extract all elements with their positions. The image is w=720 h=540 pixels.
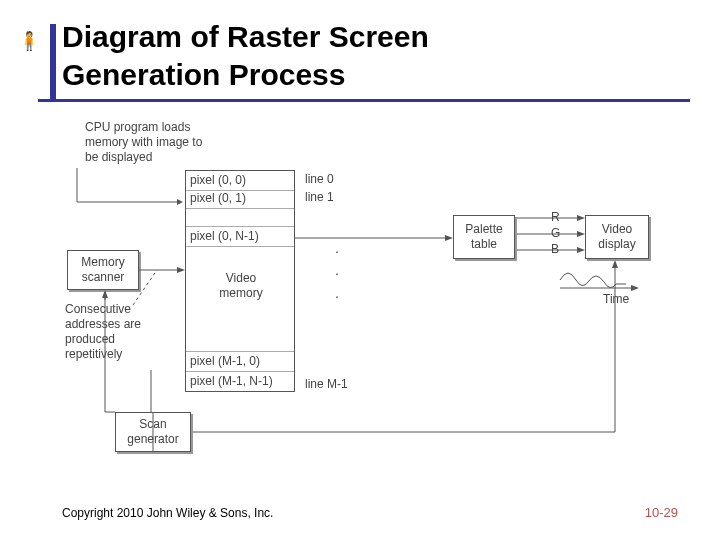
title-rule-left (50, 24, 56, 102)
svg-marker-8 (102, 290, 108, 298)
time-label: Time (603, 292, 629, 307)
line-0-label: line 0 (305, 172, 334, 187)
memory-scanner-box: Memory scanner (67, 250, 139, 290)
video-memory-label: Video memory (216, 271, 266, 301)
svg-marker-20 (577, 231, 585, 237)
pixel-0-0: pixel (0, 0) (186, 171, 294, 191)
annotation-cpu: CPU program loads memory with image to b… (85, 120, 202, 165)
footer-copyright: Copyright 2010 John Wiley & Sons, Inc. (62, 506, 273, 520)
rgb-b: B (551, 242, 559, 257)
line-m1-label: line M-1 (305, 377, 348, 392)
video-display-box: Video display (585, 215, 649, 259)
annotation-consecutive: Consecutive addresses are produced repet… (65, 302, 141, 362)
svg-marker-18 (577, 215, 585, 221)
scan-generator-box: Scan generator (115, 412, 191, 452)
line-1-label: line 1 (305, 190, 334, 205)
svg-marker-16 (445, 235, 453, 241)
rgb-r: R (551, 210, 560, 225)
slide: 🧍 Diagram of Raster Screen Generation Pr… (0, 0, 720, 540)
palette-table-box: Palette table (453, 215, 515, 259)
footer-page-number: 10-29 (645, 505, 678, 520)
pixel-0-1: pixel (0, 1) (186, 189, 294, 209)
slide-title: Diagram of Raster Screen Generation Proc… (62, 18, 429, 93)
svg-marker-22 (577, 247, 585, 253)
rgb-g: G (551, 226, 560, 241)
svg-marker-2 (177, 199, 183, 205)
raster-diagram: CPU program loads memory with image to b… (55, 110, 675, 470)
svg-marker-24 (631, 285, 639, 291)
svg-marker-14 (612, 260, 618, 268)
pixel-m1-n1: pixel (M-1, N-1) (186, 371, 294, 391)
pixel-m1-0: pixel (M-1, 0) (186, 351, 294, 372)
pixel-0-n1: pixel (0, N-1) (186, 226, 294, 247)
vdots-icon: ··· (335, 240, 339, 307)
svg-marker-4 (177, 267, 185, 273)
title-underline (38, 99, 690, 102)
clipart-icon: 🧍 (18, 30, 40, 52)
video-memory-box: pixel (0, 0) pixel (0, 1) pixel (0, N-1)… (185, 170, 295, 392)
